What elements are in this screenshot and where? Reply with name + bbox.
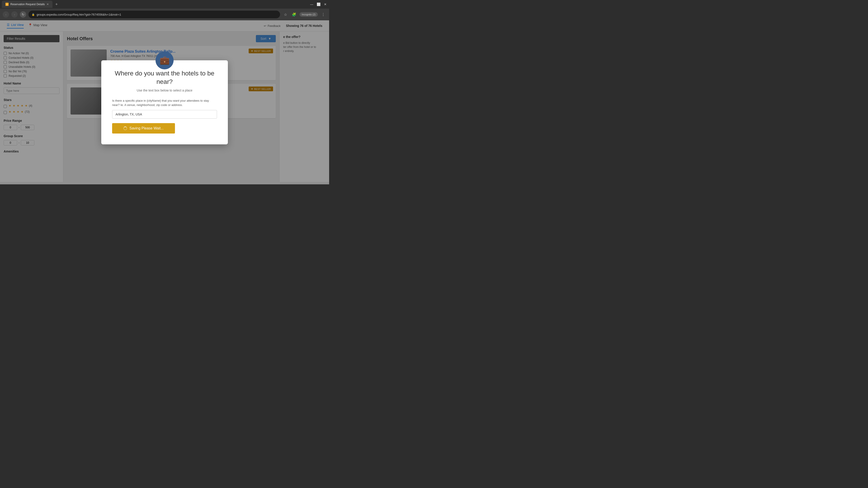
modal-save-button[interactable]: Saving Please Wait... (112, 123, 175, 133)
new-tab-button[interactable]: + (53, 1, 60, 7)
modal-location-input[interactable] (112, 110, 217, 119)
lock-icon: 🔒 (32, 13, 35, 16)
tab-title: Reservation Request Details (10, 3, 45, 6)
page-content: ☰ List View 📍 Map View ↩ Feedback Showin… (0, 20, 329, 184)
extensions-button[interactable]: 🧩 (291, 11, 297, 18)
incognito-button[interactable]: Incognito (2) (300, 12, 318, 17)
modal-title: Where do you want the hotels to be near? (112, 69, 217, 86)
reload-button[interactable]: ↻ (20, 11, 26, 18)
maximize-button[interactable]: ⬜ (316, 2, 320, 6)
url-text: groups.expedia.com/Group/Req.htm?gid=767… (37, 13, 121, 16)
modal-subtitle: Use the text box below to select a place (112, 89, 217, 92)
modal-icon-wrapper: 💼 (156, 51, 174, 69)
tab-close-button[interactable]: ✕ (46, 3, 49, 6)
modal-overlay: 💼 Where do you want the hotels to be nea… (0, 20, 329, 184)
active-tab[interactable]: Z Reservation Request Details ✕ (2, 1, 53, 8)
save-spinner (123, 127, 127, 130)
tab-favicon: Z (5, 3, 8, 6)
modal-briefcase-icon: 💼 (160, 56, 170, 65)
modal-question: Is there a specific place in {cityName} … (112, 98, 217, 107)
modal-dialog: 💼 Where do you want the hotels to be nea… (101, 60, 228, 144)
browser-chrome: Z Reservation Request Details ✕ + — ⬜ ✕ … (0, 0, 329, 20)
address-bar[interactable]: 🔒 groups.expedia.com/Group/Req.htm?gid=7… (29, 11, 280, 18)
minimize-button[interactable]: — (310, 2, 314, 6)
save-button-label: Saving Please Wait... (129, 126, 163, 130)
modal-content: Where do you want the hotels to be near?… (112, 69, 217, 133)
menu-button[interactable]: ⋮ (320, 11, 327, 18)
browser-controls: ‹ › ↻ 🔒 groups.expedia.com/Group/Req.htm… (0, 8, 329, 20)
close-window-button[interactable]: ✕ (323, 2, 327, 6)
bookmark-button[interactable]: ☆ (282, 11, 289, 18)
back-button[interactable]: ‹ (3, 11, 9, 18)
browser-tabs: Z Reservation Request Details ✕ + — ⬜ ✕ (0, 0, 329, 8)
forward-button[interactable]: › (11, 11, 18, 18)
